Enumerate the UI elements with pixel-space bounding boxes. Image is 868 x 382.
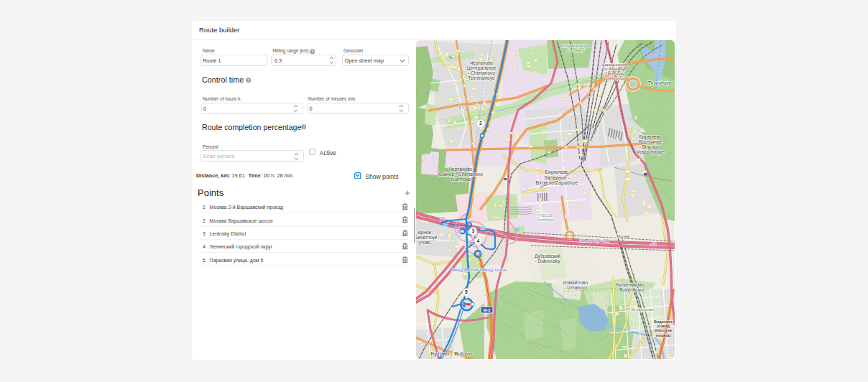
svg-text:утово: утово: [418, 240, 430, 246]
svg-text:puteprovod: puteprovod: [604, 76, 624, 80]
svg-text:Южное - Chertanovo: Южное - Chertanovo: [438, 172, 483, 177]
svg-text:3: 3: [472, 228, 475, 233]
svg-text:?: ?: [247, 78, 249, 82]
svg-text:?: ?: [303, 125, 305, 129]
svg-text:- Dubrovsky: - Dubrovsky: [535, 258, 560, 264]
svg-text:Восточное: Восточное: [639, 139, 662, 144]
svg-text:- Bulatnikovo: - Bulatnikovo: [617, 287, 644, 292]
svg-text:- Chertanovo: - Chertanovo: [468, 70, 495, 75]
svg-text:Vidnovsk: Vidnovsk: [655, 328, 672, 332]
svg-text:МКАД Восток - МКАД Vostok: МКАД Восток - МКАД Vostok: [452, 268, 508, 272]
svg-text:этакад: этакад: [657, 324, 670, 328]
svg-text:- Izmailovo: - Izmailovo: [564, 285, 587, 290]
svg-text:33: 33: [456, 236, 461, 239]
svg-text:estakad: estakad: [656, 333, 670, 337]
svg-text:33: 33: [443, 224, 447, 228]
svg-text:Царицынский: Царицынский: [601, 62, 627, 67]
svg-text:Cemetery: Cemetery: [567, 48, 585, 52]
svg-text:Tsentralnoye: Tsentralnoye: [468, 75, 495, 81]
svg-text:Москва: Москва: [617, 234, 629, 238]
svg-text:5: 5: [465, 289, 468, 294]
svg-text:Vostochnoye: Vostochnoye: [637, 149, 664, 155]
svg-text:2: 2: [479, 121, 482, 126]
svg-text:32i: 32i: [440, 217, 445, 220]
svg-text:Бутово - Butovo: Бутово - Butovo: [430, 350, 472, 357]
svg-text:Измайлово: Измайлово: [563, 280, 588, 285]
svg-text:M-2: M-2: [484, 308, 490, 312]
svg-text:30А - 29 - 29 - 30А: 30А - 29 - 29 - 30А: [580, 239, 609, 243]
svg-text:Видновск: Видновск: [654, 320, 673, 324]
svg-text:Birûlevo Zapadnoe: Birûlevo Zapadnoe: [536, 180, 578, 186]
svg-text:Yuzhnoye: Yuzhnoye: [451, 177, 471, 182]
svg-text:?: ?: [311, 50, 313, 54]
svg-text:Caricynskij: Caricynskij: [604, 72, 624, 76]
svg-text:Kotlyakovskoye: Kotlyakovskoye: [562, 44, 590, 48]
svg-text:- 28: - 28: [650, 243, 657, 246]
svg-text:Yuzhnoyo: Yuzhnoyo: [537, 218, 554, 222]
svg-text:4: 4: [477, 238, 480, 243]
svg-text:29: 29: [480, 226, 485, 230]
svg-text:Tsaritsino: Tsaritsino: [647, 80, 674, 87]
svg-text:СНТ «Булатниково»: СНТ «Булатниково»: [622, 308, 656, 312]
svg-text:путепровод: путепровод: [604, 67, 626, 71]
svg-text:326: 326: [454, 230, 460, 234]
